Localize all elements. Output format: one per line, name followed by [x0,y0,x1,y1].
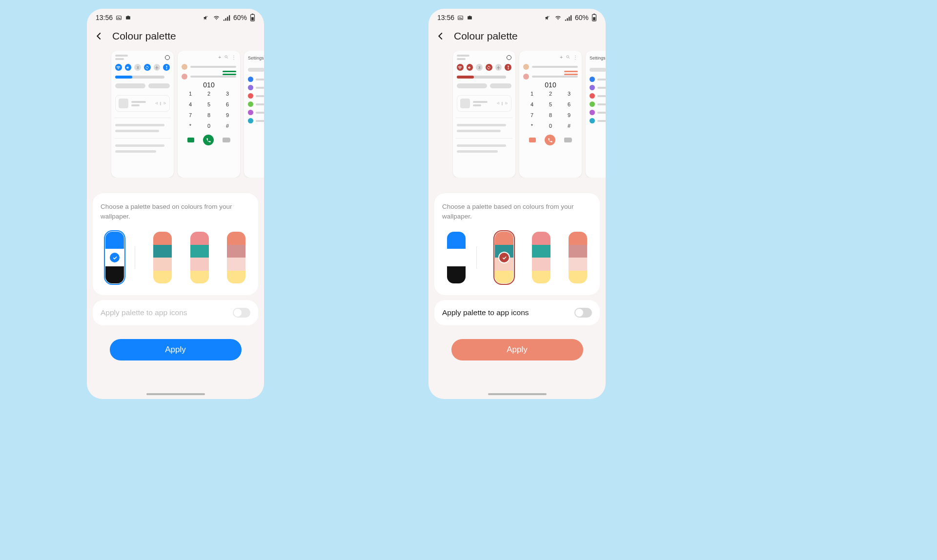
mute-icon [203,15,210,21]
toggle-label: Apply palette to app icons [101,308,187,317]
apply-icons-row[interactable]: Apply palette to app icons [434,300,600,325]
apply-button[interactable]: Apply [110,339,242,360]
gear-icon [165,55,170,60]
preview-settings: Settings [244,51,264,178]
palette-swatch[interactable] [105,232,124,283]
status-bar: 13:56 60% [428,9,606,23]
battery-pct: 60% [233,14,247,21]
toggle-switch[interactable] [574,308,592,318]
svg-rect-3 [251,17,254,20]
palette-swatch[interactable] [227,232,245,283]
preview-dialer: +⋮ 010 123456789*0# [178,51,240,178]
palette-desc: Choose a palette based on colours from y… [442,202,592,221]
image-icon [116,15,122,21]
svg-rect-2 [252,14,253,15]
palette-swatch[interactable] [495,232,513,283]
apply-icons-row[interactable]: Apply palette to app icons [93,300,258,325]
palette-section: Choose a palette based on colours from y… [434,193,600,295]
palette-swatch[interactable] [569,232,587,283]
page-title: Colour palette [454,30,518,42]
back-icon[interactable] [435,31,446,41]
preview-quicksettings: ᐊ ‖ ᐅ [453,51,515,178]
svg-rect-7 [593,14,595,15]
clock: 13:56 [437,14,454,21]
palette-swatch[interactable] [153,232,172,283]
status-bar: 13:56 60% [87,9,264,23]
battery-pct: 60% [575,14,589,21]
home-indicator [146,393,205,395]
toggle-label: Apply palette to app icons [442,308,529,317]
home-indicator [488,393,547,395]
clock: 13:56 [96,14,113,21]
toggle-switch[interactable] [233,308,250,318]
signal-icon [565,15,572,21]
wifi-icon [213,15,220,21]
svg-point-4 [225,56,227,58]
apply-button[interactable]: Apply [451,339,583,360]
page-title: Colour palette [112,30,176,42]
preview-settings: Settings [586,51,606,178]
briefcase-icon [125,15,131,21]
preview-dialer: +⋮ 010 123456789*0# [519,51,582,178]
mute-icon [544,15,551,21]
palette-swatch[interactable] [532,232,550,283]
briefcase-icon [467,15,473,21]
wifi-icon [554,15,562,21]
back-icon[interactable] [94,31,104,41]
signal-icon [223,15,230,21]
gear-icon [507,55,511,60]
preview-quicksettings: ᐊ ‖ ᐅ [111,51,174,178]
palette-section: Choose a palette based on colours from y… [93,193,258,295]
palette-swatch[interactable] [190,232,209,283]
battery-icon [591,14,597,21]
svg-rect-8 [593,17,595,20]
palette-desc: Choose a palette based on colours from y… [101,202,250,221]
svg-point-9 [567,56,569,58]
image-icon [457,15,464,21]
battery-icon [250,14,255,21]
palette-swatch[interactable] [447,232,466,283]
